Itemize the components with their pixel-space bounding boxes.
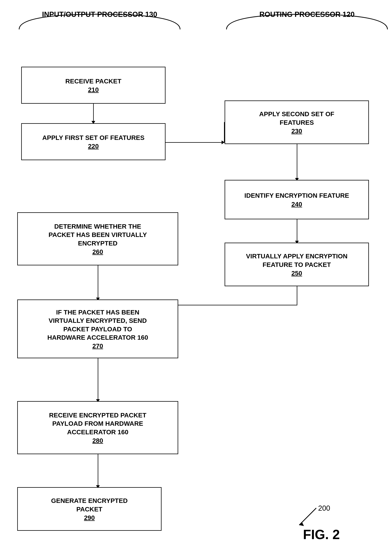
diagram-container: INPUT/OUTPUT PROCESSOR 130 ROUTING PROCE… [0, 0, 392, 559]
box-250: VIRTUALLY APPLY ENCRYPTIONFEATURE TO PAC… [225, 243, 369, 286]
box-220-label: APPLY FIRST SET OF FEATURES [42, 133, 144, 142]
arrow-250-v [297, 286, 297, 305]
box-260: DETERMINE WHETHER THEPACKET HAS BEEN VIR… [17, 212, 178, 265]
arrow-240-250 [297, 219, 297, 242]
box-250-number: 250 [291, 270, 302, 277]
box-230-number: 230 [291, 127, 302, 135]
box-290: GENERATE ENCRYPTEDPACKET 290 [17, 487, 161, 531]
fig-label: FIG. 2 [303, 527, 340, 542]
box-250-label: VIRTUALLY APPLY ENCRYPTIONFEATURE TO PAC… [246, 252, 347, 269]
box-240-label: IDENTIFY ENCRYPTION FEATURE [244, 191, 349, 200]
box-210: RECEIVE PACKET 210 [21, 67, 166, 104]
box-280-number: 280 [92, 437, 103, 444]
arrow-230-240 [297, 144, 297, 179]
box-210-label: RECEIVE PACKET [65, 77, 121, 85]
ref-number: 200 [318, 504, 330, 512]
fig-label-text: FIG. 2 [303, 527, 340, 542]
box-270-number: 270 [92, 342, 103, 350]
left-header-text: INPUT/OUTPUT PROCESSOR 130 [42, 10, 157, 19]
right-header-text: ROUTING PROCESSOR 120 [259, 10, 355, 19]
arrowhead-220-230 [222, 140, 225, 144]
box-240-number: 240 [291, 201, 302, 208]
box-230: APPLY SECOND SET OFFEATURES 230 [225, 101, 369, 144]
box-270-label: IF THE PACKET HAS BEENVIRTUALLY ENCRYPTE… [47, 308, 148, 342]
box-210-number: 210 [88, 86, 99, 93]
box-270: IF THE PACKET HAS BEENVIRTUALLY ENCRYPTE… [17, 299, 178, 358]
box-260-label: DETERMINE WHETHER THEPACKET HAS BEEN VIR… [48, 222, 147, 247]
box-220-number: 220 [88, 142, 99, 150]
arrow-280-290 [98, 454, 98, 486]
ref-number-text: 200 [318, 504, 330, 512]
box-260-number: 260 [92, 248, 103, 256]
box-240: IDENTIFY ENCRYPTION FEATURE 240 [225, 180, 369, 219]
box-290-label: GENERATE ENCRYPTEDPACKET [51, 496, 128, 513]
box-220: APPLY FIRST SET OF FEATURES 220 [21, 123, 166, 160]
arrow-210-220 [93, 104, 94, 123]
box-290-number: 290 [84, 514, 95, 522]
arrow-260-270 [98, 265, 98, 299]
right-header: ROUTING PROCESSOR 120 [225, 10, 389, 19]
box-280: RECEIVE ENCRYPTED PACKETPAYLOAD FROM HAR… [17, 401, 178, 454]
arrow-220-230-h [166, 142, 225, 143]
left-header: INPUT/OUTPUT PROCESSOR 130 [17, 10, 182, 19]
box-230-label: APPLY SECOND SET OFFEATURES [259, 110, 334, 126]
box-280-label: RECEIVE ENCRYPTED PACKETPAYLOAD FROM HAR… [49, 411, 146, 436]
arrow-270-280 [98, 358, 98, 400]
